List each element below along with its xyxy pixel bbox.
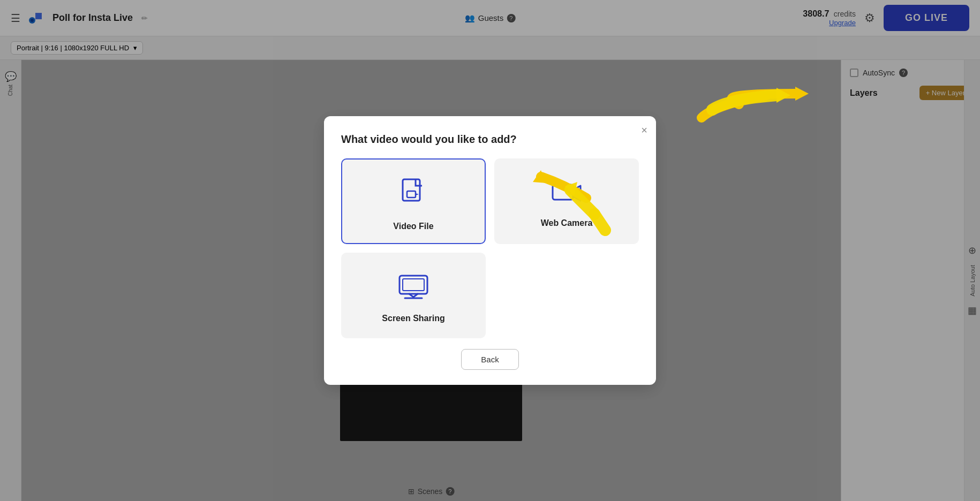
option-card-screen-sharing[interactable]: Screen Sharing: [341, 253, 486, 338]
modal-overlay: What video would you like to add? × Vide…: [0, 0, 980, 501]
web-camera-icon: [552, 181, 582, 210]
modal-title: What video would you like to add?: [341, 133, 639, 146]
svg-rect-8: [403, 279, 424, 291]
modal-dialog: What video would you like to add? × Vide…: [324, 116, 656, 385]
modal-options-grid: Video File Web Camera: [341, 158, 639, 338]
modal-bottom-row: Back: [341, 349, 639, 370]
web-camera-label: Web Camera: [541, 218, 593, 228]
modal-close-button[interactable]: ×: [641, 125, 647, 135]
svg-rect-5: [407, 191, 416, 198]
screen-sharing-icon: [398, 275, 428, 305]
screen-sharing-label: Screen Sharing: [382, 314, 444, 323]
back-button[interactable]: Back: [461, 349, 518, 370]
option-card-web-camera[interactable]: Web Camera: [494, 158, 639, 244]
video-file-icon: [401, 178, 426, 213]
svg-rect-6: [553, 185, 573, 200]
video-file-label: Video File: [393, 222, 433, 231]
option-card-video-file[interactable]: Video File: [341, 158, 486, 244]
